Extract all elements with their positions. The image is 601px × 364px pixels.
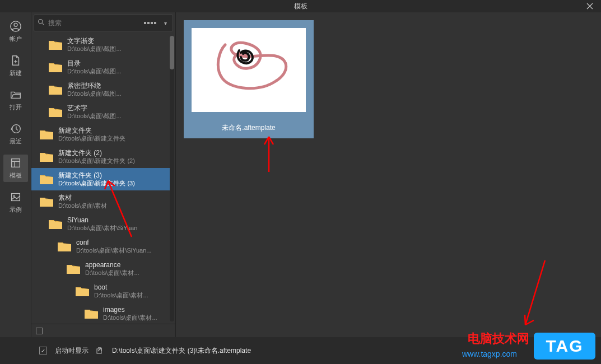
folder-path: D:\tools\桌面\素材\SiYuan bbox=[67, 225, 137, 232]
svg-point-1 bbox=[14, 23, 17, 26]
new-icon bbox=[10, 54, 22, 67]
folder-title: 新建文件夹 (2) bbox=[58, 149, 135, 157]
rail-label: 模板 bbox=[10, 171, 22, 180]
search-input[interactable] bbox=[48, 19, 138, 27]
rail-item-image[interactable]: 示例 bbox=[3, 189, 28, 216]
search-icon bbox=[38, 18, 45, 27]
folder-path: D:\tools\桌面\素材\SiYuan... bbox=[76, 247, 152, 255]
folder-title: SiYuan bbox=[67, 216, 137, 225]
tree-panel: ▾ 文字渐变D:\tools\桌面\截图...目录D:\tools\桌面\截图.… bbox=[31, 12, 176, 337]
nav-rail: 帐户新建打开最近模板示例 bbox=[0, 12, 31, 337]
folder-node[interactable]: appearanceD:\tools\桌面\素材... bbox=[31, 258, 170, 280]
folder-title: appearance bbox=[85, 261, 139, 269]
folder-icon bbox=[39, 173, 54, 185]
startup-label: 启动时显示 bbox=[55, 346, 88, 356]
close-icon bbox=[586, 3, 593, 10]
open-icon bbox=[10, 88, 22, 101]
folder-title: 新建文件夹 bbox=[58, 127, 125, 135]
folder-node[interactable]: 艺术字D:\tools\桌面\截图... bbox=[31, 101, 170, 123]
folder-icon bbox=[57, 240, 72, 253]
svg-rect-3 bbox=[11, 159, 20, 167]
folder-node[interactable]: SiYuanD:\tools\桌面\素材\SiYuan bbox=[31, 213, 170, 235]
folder-path: D:\tools\桌面\截图... bbox=[67, 90, 122, 98]
rail-item-template[interactable]: 模板 bbox=[3, 155, 28, 182]
thumbnail-caption: 未命名.aftemplate bbox=[222, 123, 275, 133]
user-icon bbox=[10, 20, 22, 32]
folder-title: 艺术字 bbox=[67, 104, 122, 113]
rail-label: 示例 bbox=[10, 206, 22, 214]
folder-node[interactable]: confD:\tools\桌面\素材\SiYuan... bbox=[31, 235, 170, 258]
watermark-text: 电脑技术网 bbox=[468, 330, 529, 347]
folder-title: conf bbox=[76, 239, 152, 247]
folder-title: 素材 bbox=[58, 194, 107, 202]
rail-label: 帐户 bbox=[10, 35, 22, 43]
folder-icon bbox=[48, 83, 63, 96]
folder-icon bbox=[75, 285, 90, 297]
folder-node[interactable]: 新建文件夹D:\tools\桌面\新建文件夹 bbox=[31, 123, 170, 146]
image-icon bbox=[10, 191, 22, 203]
folder-path: D:\tools\桌面\素材 bbox=[58, 202, 107, 210]
startup-checkbox[interactable]: ✓ bbox=[39, 347, 47, 354]
template-thumbnail[interactable]: 未命名.aftemplate bbox=[184, 20, 314, 138]
folder-icon bbox=[39, 151, 54, 163]
folder-node[interactable]: 新建文件夹 (3)D:\tools\桌面\新建文件夹 (3) bbox=[31, 168, 170, 190]
folder-icon bbox=[48, 218, 63, 230]
folder-title: 目录 bbox=[67, 59, 122, 68]
folder-icon bbox=[48, 106, 63, 118]
folder-node[interactable]: 新建文件夹 (2)D:\tools\桌面\新建文件夹 (2) bbox=[31, 146, 170, 168]
watermark-tag: TAG bbox=[534, 333, 595, 360]
rail-item-user[interactable]: 帐户 bbox=[3, 18, 28, 45]
rail-item-new[interactable]: 新建 bbox=[3, 52, 28, 80]
folder-path: D:\tools\桌面\新建文件夹 (2) bbox=[58, 157, 135, 165]
footer-path: D:\tools\桌面\新建文件夹 (3)\未命名.aftemplate bbox=[112, 346, 251, 356]
rail-item-open[interactable]: 打开 bbox=[3, 86, 28, 114]
folder-node[interactable]: 目录D:\tools\桌面\截图... bbox=[31, 56, 170, 78]
folder-icon bbox=[84, 307, 99, 320]
folder-node[interactable]: 文字渐变D:\tools\桌面\截图... bbox=[31, 34, 170, 56]
search-bar: ▾ bbox=[34, 15, 173, 31]
folder-path: D:\tools\桌面\素材... bbox=[94, 292, 148, 300]
folder-path: D:\tools\桌面\截图... bbox=[67, 68, 122, 76]
folder-icon bbox=[39, 195, 54, 208]
folder-icon bbox=[39, 128, 54, 141]
scrollbar-thumb[interactable] bbox=[170, 36, 174, 69]
tree-footer bbox=[31, 324, 175, 337]
window-title: 模板 bbox=[294, 2, 308, 11]
template-icon bbox=[10, 157, 22, 169]
folder-path: D:\tools\桌面\新建文件夹 bbox=[58, 135, 125, 143]
folder-path: D:\tools\桌面\素材... bbox=[85, 269, 139, 277]
folder-title: 紧密型环绕 bbox=[67, 82, 122, 90]
rail-label: 最近 bbox=[10, 137, 22, 146]
folder-node[interactable]: 紧密型环绕D:\tools\桌面\截图... bbox=[31, 78, 170, 101]
svg-point-5 bbox=[13, 195, 15, 197]
svg-point-6 bbox=[39, 20, 43, 24]
folder-title: 文字渐变 bbox=[67, 37, 122, 45]
view-grid-icon[interactable] bbox=[142, 22, 159, 24]
folder-icon bbox=[48, 39, 63, 51]
folder-path: D:\tools\桌面\素材... bbox=[103, 314, 157, 322]
scrollbar-track[interactable] bbox=[170, 36, 174, 321]
thumbnail-image bbox=[192, 28, 306, 112]
rail-label: 打开 bbox=[10, 103, 22, 111]
folder-title: boot bbox=[94, 283, 148, 292]
folder-icon bbox=[48, 61, 63, 73]
folder-path: D:\tools\桌面\截图... bbox=[67, 113, 122, 120]
folder-path: D:\tools\桌面\新建文件夹 (3) bbox=[58, 180, 135, 188]
rail-item-recent[interactable]: 最近 bbox=[3, 120, 28, 148]
close-button[interactable] bbox=[579, 0, 601, 12]
folder-title: 新建文件夹 (3) bbox=[58, 171, 135, 180]
content-area: 未命名.aftemplate bbox=[176, 12, 601, 337]
open-external-icon[interactable] bbox=[96, 346, 104, 356]
rail-label: 新建 bbox=[10, 69, 22, 77]
watermark-url: www.tagxp.com bbox=[462, 349, 517, 358]
folder-icon bbox=[66, 263, 81, 275]
folder-node[interactable]: imagesD:\tools\桌面\素材... bbox=[31, 302, 170, 324]
view-dropdown[interactable]: ▾ bbox=[162, 20, 169, 26]
folder-node[interactable]: bootD:\tools\桌面\素材... bbox=[31, 280, 170, 302]
folder-tree: 文字渐变D:\tools\桌面\截图...目录D:\tools\桌面\截图...… bbox=[31, 34, 175, 324]
recent-icon bbox=[10, 123, 22, 135]
expand-icon[interactable] bbox=[36, 328, 43, 334]
folder-node[interactable]: 素材D:\tools\桌面\素材 bbox=[31, 190, 170, 213]
folder-path: D:\tools\桌面\截图... bbox=[67, 45, 122, 53]
folder-title: images bbox=[103, 306, 157, 314]
